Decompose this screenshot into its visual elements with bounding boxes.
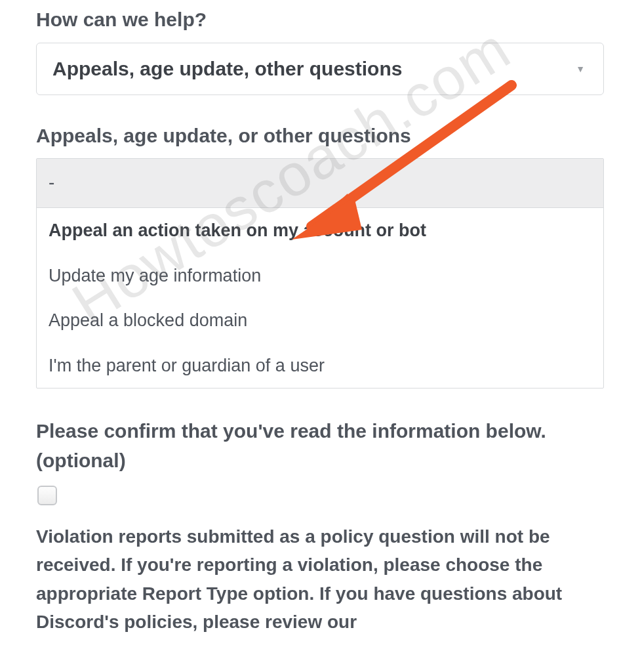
confirm-section: Please confirm that you've read the info… bbox=[36, 416, 604, 637]
subcategory-placeholder[interactable]: - bbox=[37, 159, 603, 208]
help-select[interactable]: Appeals, age update, other questions ▼ bbox=[36, 43, 604, 95]
confirm-label: Please confirm that you've read the info… bbox=[36, 416, 604, 475]
help-label: How can we help? bbox=[36, 7, 604, 33]
subcategory-option-list: Appeal an action taken on my account or … bbox=[37, 208, 603, 388]
subcategory-section: Appeals, age update, or other questions … bbox=[36, 123, 604, 389]
help-section: How can we help? Appeals, age update, ot… bbox=[36, 7, 604, 95]
subcategory-option-blocked-domain[interactable]: Appeal a blocked domain bbox=[37, 298, 603, 343]
subcategory-option-parent-guardian[interactable]: I'm the parent or guardian of a user bbox=[37, 343, 603, 388]
info-paragraph: Violation reports submitted as a policy … bbox=[36, 522, 604, 637]
help-select-value: Appeals, age update, other questions bbox=[52, 58, 402, 79]
subcategory-dropdown[interactable]: - Appeal an action taken on my account o… bbox=[36, 158, 604, 388]
chevron-down-icon: ▼ bbox=[576, 64, 585, 74]
confirm-checkbox[interactable] bbox=[37, 486, 57, 505]
subcategory-option-appeal-account[interactable]: Appeal an action taken on my account or … bbox=[37, 208, 603, 253]
subcategory-option-update-age[interactable]: Update my age information bbox=[37, 253, 603, 299]
subcategory-label: Appeals, age update, or other questions bbox=[36, 123, 604, 150]
